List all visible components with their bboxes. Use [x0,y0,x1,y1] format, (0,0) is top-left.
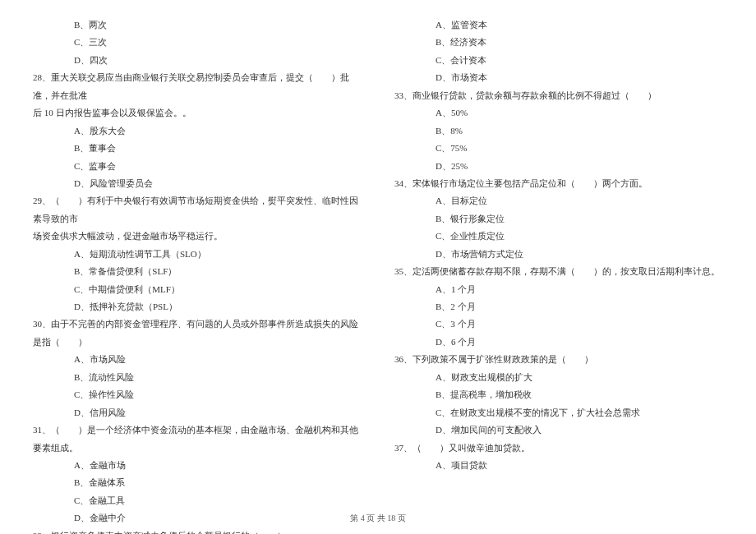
option-item: D、增加民间的可支配收入 [394,421,723,439]
option-item: A、市场风险 [33,351,362,368]
option-item: B、常备借贷便利（SLF） [33,263,362,280]
option-item: A、监管资本 [394,16,723,34]
page-footer: 第 4 页 共 18 页 [0,513,756,524]
option-item: C、三次 [33,34,362,51]
option-item: D、信用风险 [33,404,362,421]
question-37: 37、（ ）又叫做辛迪加贷款。 [394,440,723,457]
option-item: C、在财政支出规模不变的情况下，扩大社会总需求 [394,404,723,421]
question-31: 31、（ ）是一个经济体中资金流动的基本框架，由金融市场、金融机构和其他要素组成… [33,421,362,457]
option-item: C、操作性风险 [33,386,362,403]
option-item: B、经济资本 [394,34,723,51]
question-29-cont: 场资金供求大幅波动，促进金融市场平稳运行。 [33,228,362,245]
option-item: C、75% [394,140,723,157]
option-item: B、两次 [33,16,362,34]
option-item: A、50% [394,104,723,122]
left-column: B、两次 C、三次 D、四次 28、重大关联交易应当由商业银行关联交易控制委员会… [33,16,362,493]
option-item: A、金融市场 [33,457,362,474]
option-item: D、抵押补充贷款（PSL） [33,298,362,315]
option-item: A、目标定位 [394,192,723,209]
option-item: B、金融体系 [33,474,362,491]
option-item: C、会计资本 [394,52,723,69]
option-item: B、2 个月 [394,298,723,315]
option-item: D、25% [394,158,723,175]
option-item: D、市场资本 [394,69,723,86]
question-35: 35、定活两便储蓄存款存期不限，存期不满（ ）的，按支取日活期利率计息。 [394,263,723,280]
option-item: A、股东大会 [33,122,362,140]
option-item: A、项目贷款 [394,457,723,474]
option-item: B、银行形象定位 [394,210,723,228]
question-32: 32、银行资产负债表中资产减去负债后的余额是银行的（ ） [33,527,362,534]
question-36: 36、下列政策不属于扩张性财政政策的是（ ） [394,351,723,368]
question-30: 30、由于不完善的内部资金管理程序、有问题的人员或外部事件所造成损失的风险是指（… [33,315,362,351]
option-item: C、中期借贷便利（MLF） [33,281,362,298]
option-item: B、流动性风险 [33,369,362,386]
option-item: C、企业性质定位 [394,228,723,245]
option-item: D、风险管理委员会 [33,175,362,192]
option-item: C、3 个月 [394,315,723,333]
content-columns: B、两次 C、三次 D、四次 28、重大关联交易应当由商业银行关联交易控制委员会… [33,16,723,493]
question-33: 33、商业银行贷款，贷款余额与存款余额的比例不得超过（ ） [394,87,723,104]
option-item: A、1 个月 [394,281,723,298]
question-28: 28、重大关联交易应当由商业银行关联交易控制委员会审查后，提交（ ）批准，并在批… [33,69,362,104]
question-34: 34、宋体银行市场定位主要包括产品定位和（ ）两个方面。 [394,175,723,192]
question-28-cont: 后 10 日内报告监事会以及银保监会。。 [33,104,362,122]
question-29: 29、（ ）有利于中央银行有效调节市场短期资金供给，熨平突发性、临时性因素导致的… [33,192,362,228]
option-item: A、财政支出规模的扩大 [394,369,723,386]
option-item: B、提高税率，增加税收 [394,386,723,403]
option-item: D、6 个月 [394,334,723,351]
option-item: B、8% [394,122,723,140]
option-item: B、董事会 [33,140,362,157]
option-item: C、监事会 [33,158,362,175]
right-column: A、监管资本 B、经济资本 C、会计资本 D、市场资本 33、商业银行贷款，贷款… [394,16,723,493]
option-item: D、市场营销方式定位 [394,246,723,263]
option-item: A、短期流动性调节工具（SLO） [33,246,362,263]
option-item: C、金融工具 [33,492,362,509]
option-item: D、四次 [33,52,362,69]
